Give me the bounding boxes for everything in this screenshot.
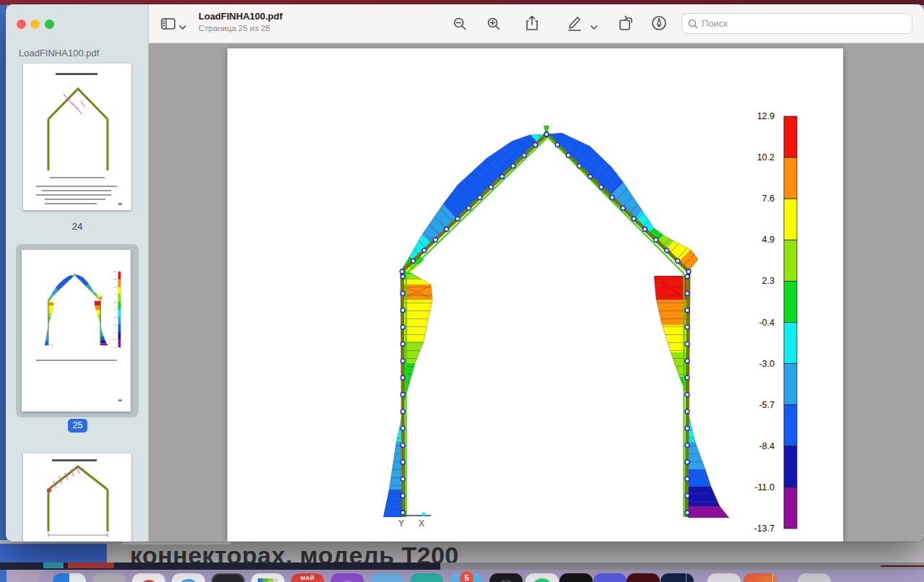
mail-badge: 5 [460, 571, 474, 582]
pdf-page: Y X [227, 48, 843, 542]
sidebar-toggle-button[interactable] [157, 13, 179, 35]
thumbnail-26-preview [23, 453, 131, 542]
axis-label-y: Y [398, 518, 404, 529]
sidebar-toggle-icon [161, 18, 175, 30]
axis-label-x: X [419, 518, 424, 529]
legend-value: -13.7 [754, 524, 775, 534]
legend-value: -5.7 [759, 400, 775, 410]
dock-icon-display-app[interactable] [212, 573, 245, 582]
background-fragment-teal [43, 563, 64, 568]
thumbnail-page-number [118, 399, 122, 401]
thumbnail-caption-line [36, 360, 117, 361]
annotate-pen-icon [651, 15, 667, 31]
search-icon [688, 19, 698, 29]
legend-value: 10.2 [757, 152, 775, 162]
markup-pencil-icon [567, 15, 583, 31]
dock-icon-finder[interactable] [53, 573, 86, 582]
legend-value: -8.4 [759, 441, 775, 451]
dock-icon-darkred-app[interactable] [627, 573, 660, 582]
background-window-edge [0, 563, 924, 570]
share-icon [526, 15, 539, 31]
stress-diagram: Y X [227, 48, 843, 542]
zoom-out-icon [453, 17, 467, 31]
legend-value: 4.9 [762, 235, 775, 245]
main-area: LoadFINHA100.pdf Страница 25 из 28 [149, 4, 924, 542]
dock-icon-purple-app[interactable] [331, 573, 364, 582]
legend-value: -0.4 [759, 318, 775, 328]
thumbnail-25-preview [39, 267, 126, 348]
dock-icon-indigo-app[interactable] [593, 573, 627, 582]
legend-value: -11.0 [754, 482, 775, 492]
search-field [681, 13, 912, 34]
toolbar: LoadFINHA100.pdf Страница 25 из 28 [149, 4, 924, 43]
page-indicator: Страница 25 из 28 [199, 24, 270, 32]
legend-value: 7.6 [762, 194, 775, 204]
markup-button[interactable] [564, 12, 585, 34]
fullscreen-button[interactable] [45, 19, 54, 29]
pdf-content-area[interactable]: Y X [149, 43, 924, 542]
preview-window: LoadFINHA100.pdf [6, 4, 924, 542]
background-maroon-line [881, 565, 924, 567]
tab-title: LoadFINHA100.pdf [19, 48, 99, 58]
document-title: LoadFINHA100.pdf [199, 11, 282, 22]
thumbnail-page-25[interactable] [22, 250, 131, 412]
annotate-button[interactable] [648, 12, 670, 34]
zoom-in-icon [487, 17, 501, 31]
zoom-in-button[interactable] [483, 13, 505, 35]
dock-separator [772, 573, 773, 582]
dock: МАЙ [39, 570, 924, 582]
color-legend: 12.9 10.2 7.6 4.9 2.3 -0.4 -3.0 -5.7 -8.… [754, 111, 798, 534]
dock-icon-launchpad[interactable] [92, 573, 126, 582]
minimize-button[interactable] [30, 19, 40, 29]
close-button[interactable] [17, 19, 26, 29]
search-input[interactable] [702, 18, 912, 29]
legend-value: -3.0 [759, 359, 775, 369]
dock-icon-navy-app[interactable] [661, 573, 694, 582]
dock-icon-calendar[interactable]: МАЙ [291, 573, 324, 582]
dock-icon-light-app[interactable] [707, 573, 741, 582]
thumbnail-page-26[interactable] [23, 453, 131, 542]
dock-icon-black-app[interactable] [559, 573, 593, 582]
legend-value: 2.3 [762, 276, 775, 286]
background-window-blue-bar [0, 544, 107, 563]
markup-options-chevron-icon[interactable] [588, 17, 601, 38]
calendar-month-label: МАЙ [291, 573, 324, 582]
dock-icon-whatsapp[interactable] [526, 573, 559, 582]
dock-icon-sphere-app[interactable] [489, 573, 523, 582]
dock-icon-safari[interactable] [172, 573, 205, 582]
background-window-edge-right [440, 563, 924, 570]
page-number-25-selected: 25 [68, 419, 87, 433]
desktop: коннекторах, модель Т200 МАЙ [0, 0, 924, 582]
sidebar-toggle-chevron-icon[interactable] [179, 20, 186, 33]
thumbnail-page-24[interactable] [23, 64, 131, 210]
rotate-icon [618, 15, 634, 31]
rotate-button[interactable] [615, 12, 637, 34]
zoom-out-button[interactable] [449, 13, 471, 35]
background-fragment-red [68, 563, 114, 568]
dock-separator [686, 573, 687, 582]
sidebar: LoadFINHA100.pdf [6, 4, 149, 542]
dock-icon-red-app[interactable] [132, 573, 165, 582]
dock-icon-lightblue-app[interactable] [370, 573, 404, 582]
thumbnail-24-preview [23, 64, 131, 210]
dock-icon-window-app[interactable] [798, 573, 831, 582]
dock-icon-stripes-app[interactable] [251, 573, 284, 582]
page-number-24: 24 [6, 221, 149, 232]
legend-value: 12.9 [757, 111, 775, 121]
share-button[interactable] [521, 12, 543, 34]
frame-nodes [400, 132, 691, 515]
dock-icon-teal-app[interactable] [410, 573, 443, 582]
